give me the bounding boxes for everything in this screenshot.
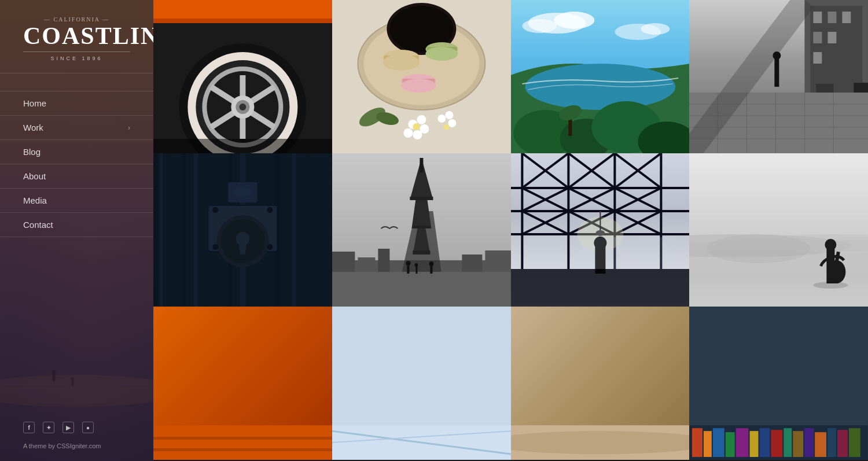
svg-rect-182 bbox=[736, 428, 749, 457]
nav-arrow-work: › bbox=[128, 124, 130, 132]
svg-point-101 bbox=[267, 207, 273, 213]
youtube-icon[interactable]: ▶ bbox=[62, 422, 74, 433]
svg-point-168 bbox=[814, 282, 848, 289]
photo-cell-car-partial[interactable] bbox=[153, 307, 332, 460]
logo-since: SINCE 1896 bbox=[23, 51, 130, 61]
photo-cell-shelves[interactable] bbox=[689, 307, 868, 460]
svg-rect-19 bbox=[153, 139, 332, 153]
svg-point-79 bbox=[773, 51, 781, 60]
nav-label-contact: Contact bbox=[23, 220, 53, 230]
svg-rect-158 bbox=[580, 237, 620, 269]
svg-rect-170 bbox=[153, 437, 332, 440]
svg-rect-67 bbox=[814, 52, 822, 64]
svg-rect-119 bbox=[407, 264, 409, 274]
nav-label-media: Media bbox=[23, 196, 47, 205]
photo-cell-coastline[interactable] bbox=[511, 0, 690, 153]
svg-rect-157 bbox=[528, 237, 562, 269]
facebook-icon[interactable]: f bbox=[23, 422, 35, 433]
svg-rect-6 bbox=[153, 0, 332, 20]
photo-cell-desert[interactable] bbox=[689, 153, 868, 307]
svg-point-103 bbox=[267, 244, 273, 250]
nav-item-work[interactable]: Work › bbox=[0, 116, 153, 140]
svg-point-37 bbox=[417, 115, 426, 124]
svg-point-41 bbox=[413, 123, 420, 130]
svg-rect-63 bbox=[828, 12, 837, 23]
photo-cell-macarons[interactable] bbox=[332, 0, 511, 153]
svg-point-48 bbox=[554, 12, 594, 29]
svg-rect-183 bbox=[750, 431, 759, 457]
svg-point-18 bbox=[239, 104, 246, 110]
svg-rect-181 bbox=[726, 432, 735, 457]
main-nav: Home Work › Blog About Media Contact bbox=[0, 73, 153, 252]
svg-point-0 bbox=[0, 375, 153, 407]
svg-rect-85 bbox=[160, 153, 163, 307]
svg-point-49 bbox=[522, 19, 557, 33]
svg-point-44 bbox=[448, 119, 456, 127]
svg-rect-62 bbox=[814, 12, 822, 23]
svg-point-39 bbox=[413, 130, 422, 139]
nav-item-media[interactable]: Media bbox=[0, 189, 153, 213]
svg-rect-180 bbox=[713, 428, 724, 457]
photo-cell-sandy[interactable] bbox=[511, 307, 690, 460]
nav-label-home: Home bbox=[23, 98, 46, 108]
svg-point-3 bbox=[72, 379, 74, 387]
sidebar: ― CALIFORNIA ― COASTLINE SINCE 1896 Home… bbox=[0, 0, 153, 461]
svg-point-102 bbox=[212, 244, 218, 250]
svg-point-120 bbox=[406, 261, 410, 265]
svg-point-40 bbox=[403, 128, 413, 138]
nav-item-blog[interactable]: Blog bbox=[0, 140, 153, 164]
svg-rect-169 bbox=[153, 425, 332, 460]
svg-point-105 bbox=[234, 187, 251, 197]
svg-rect-88 bbox=[193, 153, 198, 307]
svg-point-27 bbox=[382, 54, 420, 71]
svg-rect-121 bbox=[415, 266, 417, 274]
photo-cell-car-wheel[interactable] bbox=[153, 0, 332, 153]
svg-point-30 bbox=[425, 47, 458, 61]
svg-rect-191 bbox=[837, 430, 848, 457]
svg-rect-190 bbox=[827, 428, 836, 457]
svg-rect-117 bbox=[420, 158, 423, 172]
nav-item-contact[interactable]: Contact bbox=[0, 213, 153, 237]
svg-rect-86 bbox=[167, 153, 173, 307]
svg-point-33 bbox=[401, 79, 436, 93]
svg-point-51 bbox=[641, 23, 670, 35]
photo-cell-eiffel[interactable] bbox=[332, 153, 511, 307]
svg-point-122 bbox=[414, 263, 418, 267]
svg-rect-87 bbox=[182, 153, 185, 307]
photo-grid bbox=[153, 0, 868, 461]
photo-cell-street[interactable] bbox=[689, 0, 868, 153]
svg-point-100 bbox=[212, 207, 218, 213]
svg-point-156 bbox=[595, 230, 605, 236]
svg-rect-65 bbox=[814, 32, 822, 43]
photo-cell-geometric[interactable] bbox=[332, 307, 511, 460]
svg-rect-7 bbox=[153, 19, 332, 23]
logo-dash-top: ― CALIFORNIA ― bbox=[23, 16, 130, 23]
nav-label-about: About bbox=[23, 171, 46, 181]
svg-point-164 bbox=[825, 239, 837, 250]
svg-point-4 bbox=[71, 377, 75, 381]
svg-rect-118 bbox=[332, 272, 511, 307]
twitter-icon[interactable]: ✦ bbox=[43, 422, 54, 433]
svg-rect-184 bbox=[760, 428, 770, 457]
nav-item-home[interactable]: Home bbox=[0, 91, 153, 116]
social-area: f ✦ ▶ ● bbox=[0, 412, 153, 442]
svg-rect-189 bbox=[815, 432, 826, 457]
logo-main: COASTLINE bbox=[23, 24, 130, 48]
svg-rect-171 bbox=[153, 448, 332, 451]
svg-rect-192 bbox=[849, 428, 860, 457]
footer-text: A theme by CSSIgniter.com bbox=[0, 442, 153, 461]
photo-cell-industrial[interactable] bbox=[511, 153, 690, 307]
svg-rect-159 bbox=[638, 237, 675, 269]
photo-cell-door-lock[interactable] bbox=[153, 153, 332, 307]
nav-item-about[interactable]: About bbox=[0, 164, 153, 189]
svg-point-1 bbox=[52, 373, 56, 382]
svg-rect-66 bbox=[828, 32, 837, 43]
svg-rect-64 bbox=[843, 12, 851, 23]
svg-rect-84 bbox=[153, 153, 157, 307]
svg-point-45 bbox=[443, 124, 449, 130]
svg-point-124 bbox=[429, 261, 433, 266]
svg-rect-78 bbox=[775, 58, 779, 87]
dribbble-icon[interactable]: ● bbox=[82, 422, 94, 433]
svg-rect-188 bbox=[804, 428, 814, 457]
svg-rect-186 bbox=[784, 428, 792, 457]
